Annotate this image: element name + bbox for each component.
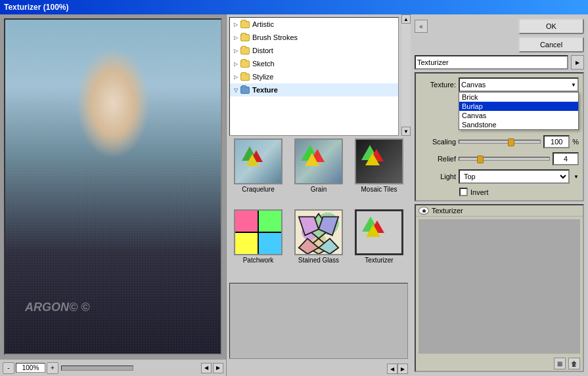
sidebar-item-texture[interactable]: ▽ Texture xyxy=(230,83,398,96)
thumbnail-grain[interactable]: Grain xyxy=(290,138,348,207)
zoom-plus-button[interactable]: + xyxy=(47,362,58,374)
light-dropdown-arrow-icon: ▼ xyxy=(574,174,579,180)
sidebar-item-artistic[interactable]: ▷ Artistic xyxy=(230,18,398,31)
patchwork-svg xyxy=(235,211,281,254)
arrow-icon-texture: ▽ xyxy=(233,87,239,93)
scaling-slider-track[interactable] xyxy=(459,140,541,144)
thumbnail-stained-glass[interactable]: Stained Glass xyxy=(290,209,348,278)
texture-dropdown-arrow-icon: ▼ xyxy=(571,82,576,88)
ok-button[interactable]: OK xyxy=(518,18,584,34)
folder-icon-brush xyxy=(240,34,250,41)
thumb-action-1[interactable]: ⊞ xyxy=(554,358,566,369)
filter-scrollbar: ▲ ▼ xyxy=(401,14,411,136)
thumbnail-mosaic-tiles[interactable]: Mosaic Tiles xyxy=(350,138,408,207)
buttons-col: OK Cancel xyxy=(430,18,584,52)
main-container: ARGON© © - 100% + ◀ ▶ ▷ Artistic xyxy=(0,14,588,376)
relief-slider-thumb[interactable] xyxy=(477,156,484,163)
sidebar-item-stylize[interactable]: ▷ Stylize xyxy=(230,70,398,83)
tri-container-tex xyxy=(357,211,401,253)
bottom-gray-area xyxy=(229,283,408,359)
scaling-slider-thumb[interactable] xyxy=(508,138,514,146)
triangle-mosaic-3 xyxy=(365,153,380,165)
right-panel: « OK Cancel Texturizer ▶ Texture: xyxy=(411,14,588,376)
sidebar-item-sketch[interactable]: ▷ Sketch xyxy=(230,57,398,70)
nav-right-button[interactable]: ▶ xyxy=(213,363,223,373)
preview-thumb-label: Texturizer xyxy=(432,207,463,215)
texture-dropdown-field[interactable]: Canvas ▼ xyxy=(459,77,579,92)
filter-label-distort: Distort xyxy=(252,47,273,54)
folder-icon-distort xyxy=(240,47,250,54)
window-title: Texturizer (100%) xyxy=(4,3,68,12)
tri-container xyxy=(235,140,281,183)
preview-thumb-content xyxy=(418,219,580,354)
title-bar: Texturizer (100%) xyxy=(0,0,588,14)
filter-nav-right[interactable]: ▶ xyxy=(397,364,408,374)
thumbnail-patchwork[interactable]: Patchwork xyxy=(229,209,287,278)
invert-checkbox[interactable] xyxy=(459,188,468,196)
svg-rect-2 xyxy=(258,211,281,232)
sidebar-item-brush-strokes[interactable]: ▷ Brush Strokes xyxy=(230,31,398,44)
texture-option-burlap[interactable]: Burlap xyxy=(459,102,578,111)
preview-image: ARGON© © xyxy=(5,20,221,354)
relief-slider-track[interactable] xyxy=(459,157,550,161)
texture-option-sandstone[interactable]: Sandstone xyxy=(459,120,578,129)
relief-row: Relief 4 xyxy=(420,152,579,165)
filter-select-dropdown[interactable]: Texturizer xyxy=(415,55,568,70)
thumb-box-craquelure xyxy=(234,138,283,184)
sidebar-item-distort[interactable]: ▷ Distort xyxy=(230,44,398,57)
scroll-down-button[interactable]: ▼ xyxy=(401,127,411,136)
filter-nav-left[interactable]: ◀ xyxy=(387,364,397,374)
zoom-minus-button[interactable]: - xyxy=(3,362,14,374)
thumb-action-2[interactable]: 🗑 xyxy=(568,358,580,369)
scroll-track xyxy=(401,24,411,127)
collapse-button[interactable]: « xyxy=(415,20,428,33)
filter-label-brush: Brush Strokes xyxy=(252,33,298,41)
tri-container-grain xyxy=(296,140,342,183)
thumb-label-stained: Stained Glass xyxy=(298,257,339,264)
filter-list-wrapper: ▷ Artistic ▷ Brush Strokes ▷ Distort xyxy=(227,14,411,136)
arrow-icon-brush: ▷ xyxy=(233,34,239,41)
thumbnail-craquelure[interactable]: Craquelure xyxy=(229,138,287,207)
folder-icon-stylize xyxy=(240,73,250,81)
filter-label-sketch: Sketch xyxy=(252,60,275,68)
preview-panel: ARGON© © - 100% + ◀ ▶ xyxy=(0,14,227,376)
ok-row: OK xyxy=(430,18,584,34)
texture-option-brick[interactable]: Brick xyxy=(459,93,578,102)
scaling-value: 100 xyxy=(543,135,570,148)
filter-label-stylize: Stylize xyxy=(252,73,273,81)
triangle-tex-3 xyxy=(366,224,380,237)
zoom-display: 100% xyxy=(16,363,45,373)
filter-list: ▷ Artistic ▷ Brush Strokes ▷ Distort xyxy=(229,17,399,136)
nav-left-button[interactable]: ◀ xyxy=(201,363,212,373)
thumb-box-grain xyxy=(294,138,343,184)
stained-glass-svg xyxy=(296,211,342,254)
scaling-label: Scaling xyxy=(420,138,456,146)
cancel-button[interactable]: Cancel xyxy=(518,37,584,52)
filter-dropdown-arrow[interactable]: ▶ xyxy=(571,55,584,70)
expand-col: « xyxy=(415,18,428,52)
scroll-up-button[interactable]: ▲ xyxy=(401,14,411,24)
filter-middle: ▷ Artistic ▷ Brush Strokes ▷ Distort xyxy=(227,14,411,376)
nav-arrows: ◀ ▶ xyxy=(201,363,223,373)
thumb-box-mosaic xyxy=(355,138,403,184)
texture-label: Texture: xyxy=(420,81,456,89)
thumbnail-texturizer[interactable]: Texturizer xyxy=(350,209,408,278)
filter-select-row: Texturizer ▶ xyxy=(415,55,584,70)
arrow-icon-sketch: ▷ xyxy=(233,60,239,67)
thumb-label-craquelure: Craquelure xyxy=(242,186,274,193)
tri-container-mosaic xyxy=(356,140,402,183)
folder-icon-artistic xyxy=(240,21,250,28)
thumb-label-texturizer: Texturizer xyxy=(365,257,393,264)
relief-value: 4 xyxy=(553,152,579,165)
thumb-box-texturizer xyxy=(355,209,403,255)
filter-label-texture: Texture xyxy=(252,86,278,94)
arrow-icon-artistic: ▷ xyxy=(233,21,239,28)
thumbnails-grid: Craquelure Grain xyxy=(227,136,411,280)
thumb-box-patchwork xyxy=(234,209,283,255)
texture-dropdown-list[interactable]: Brick Burlap Canvas Sandstone xyxy=(459,92,579,130)
texture-row: Texture: Canvas ▼ Brick Burlap Canvas Sa… xyxy=(420,77,579,92)
zoom-slider[interactable] xyxy=(61,366,133,371)
svg-rect-1 xyxy=(235,211,258,232)
texture-option-canvas[interactable]: Canvas xyxy=(459,111,578,120)
light-dropdown[interactable]: Top Bottom Left Right xyxy=(459,169,570,184)
